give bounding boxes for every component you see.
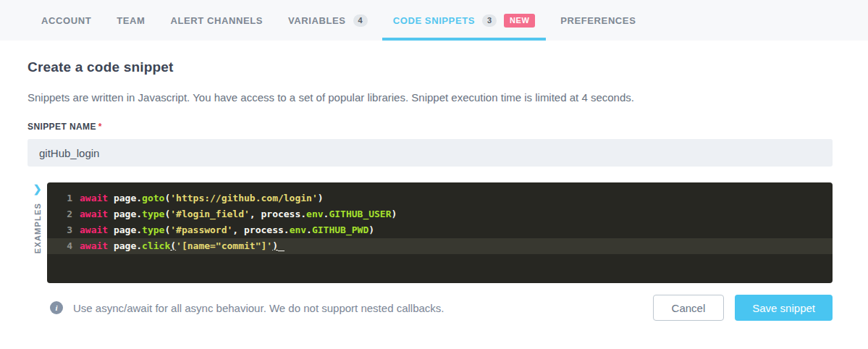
tab-label: TEAM <box>117 15 145 26</box>
tab-alert-channels[interactable]: ALERT CHANNELS <box>159 0 274 41</box>
code-line: 1await page.goto('https://github.com/log… <box>47 190 833 206</box>
snippet-name-input[interactable] <box>28 139 833 167</box>
save-snippet-button[interactable]: Save snippet <box>735 295 833 321</box>
tab-team[interactable]: TEAM <box>106 0 156 41</box>
settings-tabbar: ACCOUNT TEAM ALERT CHANNELS VARIABLES 4 … <box>0 0 868 41</box>
tab-preferences[interactable]: PREFERENCES <box>549 0 646 41</box>
info-icon: i <box>50 301 63 314</box>
form-footer: i Use async/await for all async behaviou… <box>28 289 833 327</box>
line-number: 3 <box>47 222 72 238</box>
examples-label: EXAMPLES <box>33 203 42 253</box>
code-text: await page.goto('https://github.com/logi… <box>72 190 324 206</box>
tab-label: ACCOUNT <box>41 15 91 26</box>
line-number: 4 <box>47 238 72 254</box>
tab-label: PREFERENCES <box>560 15 636 26</box>
examples-rail: ❯ EXAMPLES <box>28 182 47 283</box>
async-note: Use async/await for all async behaviour.… <box>73 302 444 314</box>
tab-label: CODE SNIPPETS <box>393 15 475 26</box>
tab-label: ALERT CHANNELS <box>170 15 263 26</box>
code-editor[interactable]: 1await page.goto('https://github.com/log… <box>47 182 833 283</box>
line-number: 2 <box>47 206 72 222</box>
line-number: 1 <box>47 190 72 206</box>
editor-section: ❯ EXAMPLES 1await page.goto('https://git… <box>28 182 833 283</box>
new-badge: NEW <box>504 14 535 28</box>
snippet-name-label: SNIPPET NAME* <box>28 122 833 132</box>
code-lines: 1await page.goto('https://github.com/log… <box>47 190 833 254</box>
examples-expand-chevron-icon[interactable]: ❯ <box>33 184 42 194</box>
code-text: await page.type('#password', process.env… <box>72 222 374 238</box>
tab-code-snippets[interactable]: CODE SNIPPETS 3 NEW <box>382 0 547 41</box>
code-text: await page.type('#login_field', process.… <box>72 206 397 222</box>
code-snippet-form: Create a code snippet Snippets are writt… <box>0 59 868 327</box>
code-snippets-count-badge: 3 <box>482 14 497 27</box>
required-asterisk: * <box>98 122 102 132</box>
text-cursor <box>278 240 285 251</box>
code-line: 3await page.type('#password', process.en… <box>47 222 833 238</box>
cancel-button[interactable]: Cancel <box>653 295 725 321</box>
tab-account[interactable]: ACCOUNT <box>30 0 102 41</box>
page-description: Snippets are written in Javascript. You … <box>28 91 833 104</box>
code-text: await page.click('[name="commit"]') <box>72 238 285 254</box>
tab-variables[interactable]: VARIABLES 4 <box>277 0 379 41</box>
tab-label: VARIABLES <box>288 15 346 26</box>
variables-count-badge: 4 <box>353 14 368 27</box>
page-title: Create a code snippet <box>28 59 833 75</box>
code-line: 2await page.type('#login_field', process… <box>47 206 833 222</box>
code-line: 4await page.click('[name="commit"]') <box>47 238 833 254</box>
